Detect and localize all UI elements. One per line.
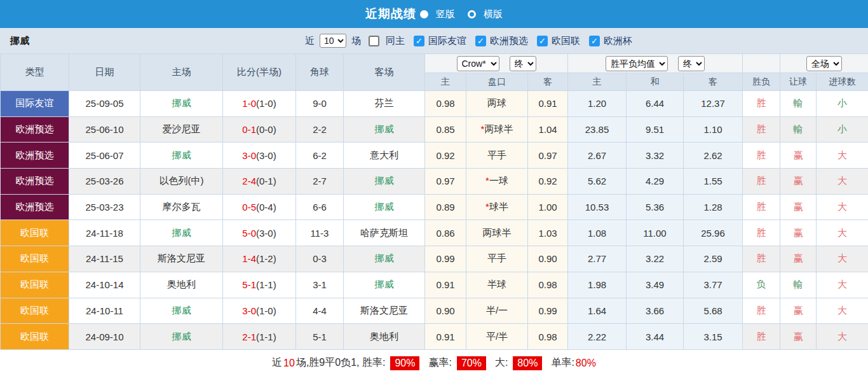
handicap-away-odds: 1.00	[528, 194, 568, 220]
col-header-type: 类型	[1, 54, 69, 91]
avg-lose-odds: 5.68	[684, 298, 743, 324]
avg-lose-odds: 2.59	[684, 246, 743, 272]
home-team: 挪威	[140, 324, 223, 350]
bookmaker-select[interactable]: Crow*	[457, 56, 499, 71]
same-home-checkbox[interactable]	[369, 36, 379, 46]
recent-count-select[interactable]: 10	[320, 34, 346, 48]
match-date: 24-11-18	[69, 220, 140, 246]
result-goals: 大	[817, 324, 868, 350]
match-type: 欧洲预选	[1, 169, 69, 195]
handicap-line: *两球半	[466, 116, 528, 143]
handicap-away-odds: 0.98	[528, 324, 568, 350]
corners: 6-6	[296, 194, 344, 220]
handicap-line: *球半	[466, 194, 528, 220]
result-winlose: 胜	[743, 324, 780, 350]
fullmatch-select[interactable]: 全场	[806, 56, 842, 71]
avg-win-odds: 10.53	[568, 194, 627, 220]
handicap-dropdown-group: Crow* 终	[425, 54, 568, 73]
radio-horizontal-icon[interactable]	[468, 10, 476, 18]
avg-win-odds: 2.77	[568, 246, 627, 272]
handicap-time-select[interactable]: 终	[510, 56, 536, 71]
home-team: 摩尔多瓦	[140, 194, 223, 220]
away-team: 挪威	[344, 116, 425, 143]
result-goals: 大	[817, 220, 868, 246]
competition-euro-cup-checkbox[interactable]	[589, 36, 600, 46]
col-header-corners: 角球	[296, 54, 344, 91]
fullmatch-dropdown-group: 全场	[780, 54, 868, 73]
result-handicap: 赢	[780, 324, 817, 350]
col-header-date: 日期	[69, 54, 140, 91]
competition-nations-league-checkbox[interactable]	[537, 36, 548, 46]
recent-results-panel: 近期战绩 竖版 横版 挪威 近 10 场 同主 国际友谊 欧洲预选 欧国联 欧洲…	[0, 0, 868, 376]
result-goals: 大	[817, 169, 868, 195]
avg-win-odds: 1.08	[568, 220, 627, 246]
score: 0-1(0-0)	[223, 116, 296, 143]
competition-friendly-checkbox[interactable]	[414, 36, 424, 46]
result-handicap: 輸	[780, 91, 817, 117]
single-rate-label: 单率:	[551, 356, 574, 370]
match-date: 24-10-11	[69, 298, 140, 324]
result-winlose: 胜	[743, 116, 780, 143]
corners: 6-2	[296, 143, 344, 169]
competition-euro-qualifier-checkbox[interactable]	[475, 36, 486, 46]
handicap-home-odds: 0.90	[425, 298, 466, 324]
result-handicap: 赢	[780, 298, 817, 324]
result-handicap: 赢	[780, 220, 817, 246]
result-handicap: 輸	[780, 272, 817, 298]
handicap-away-odds: 1.04	[528, 116, 568, 143]
home-team: 挪威	[140, 220, 223, 246]
match-type: 欧国联	[1, 324, 69, 350]
competition-euro-qualifier-label: 欧洲预选	[490, 35, 528, 47]
avg-odds-select[interactable]: 胜平负均值	[606, 56, 668, 71]
result-winlose: 胜	[743, 220, 780, 246]
score: 5-0(3-0)	[223, 220, 296, 246]
sub-header-handicap-away: 客	[528, 73, 568, 91]
avg-win-odds: 1.98	[568, 272, 627, 298]
sub-header-avg-lose: 客	[684, 73, 743, 91]
avg-lose-odds: 1.28	[684, 194, 743, 220]
home-team: 挪威	[140, 91, 223, 117]
radio-horizontal-label[interactable]: 横版	[484, 8, 503, 20]
away-team: 挪威	[344, 169, 425, 195]
handicap-home-odds: 0.97	[425, 169, 466, 195]
avg-time-select[interactable]: 终	[678, 56, 705, 71]
match-type: 欧国联	[1, 246, 69, 272]
handicap-home-odds: 0.86	[425, 220, 466, 246]
col-header-score: 比分(半场)	[223, 54, 296, 91]
table-row: 欧国联 24-10-14 奥地利 5-1(1-1) 3-1 挪威 0.91 半球…	[1, 272, 868, 298]
table-row: 欧国联 24-10-11 挪威 3-0(1-0) 4-4 斯洛文尼亚 0.90 …	[1, 298, 868, 324]
away-team: 芬兰	[344, 91, 425, 117]
result-handicap: 赢	[780, 246, 817, 272]
over-rate-badge: 80%	[513, 356, 542, 370]
handicap-home-odds: 0.85	[425, 116, 466, 143]
summary-bar: 近10场,胜9平0负1, 胜率: 90% 赢率: 70% 大: 80% 单率: …	[0, 350, 868, 376]
corners: 2-7	[296, 169, 344, 195]
avg-draw-odds: 6.44	[627, 91, 684, 117]
avg-lose-odds: 3.15	[684, 324, 743, 350]
score: 5-1(1-1)	[223, 272, 296, 298]
corners: 2-2	[296, 116, 344, 143]
col-header-away: 客场	[344, 54, 425, 91]
header-row-top: 类型 日期 主场 比分(半场) 角球 客场 Crow* 终 胜平负均值 终	[1, 54, 868, 73]
result-winlose: 胜	[743, 91, 780, 117]
titlebar: 近期战绩 竖版 横版	[0, 0, 868, 28]
avg-win-odds: 2.22	[568, 324, 627, 350]
avg-odds-dropdown-group: 胜平负均值 终	[568, 54, 743, 73]
handicap-line: *一球	[466, 169, 528, 195]
handicap-home-odds: 0.98	[425, 91, 466, 117]
team-name: 挪威	[10, 35, 29, 47]
handicap-line: 两球半	[466, 220, 528, 246]
avg-lose-odds: 1.10	[684, 116, 743, 143]
match-type: 欧洲预选	[1, 194, 69, 220]
radio-vertical-label[interactable]: 竖版	[436, 8, 455, 20]
handicap-away-odds: 1.03	[528, 220, 568, 246]
avg-lose-odds: 12.37	[684, 91, 743, 117]
handicap-home-odds: 0.99	[425, 246, 466, 272]
radio-vertical-selected-icon[interactable]	[420, 10, 428, 18]
result-handicap: 輸	[780, 116, 817, 143]
result-goals: 大	[817, 143, 868, 169]
competition-euro-cup-label: 欧洲杯	[604, 35, 632, 47]
col-header-home: 主场	[140, 54, 223, 91]
avg-draw-odds: 11.00	[627, 220, 684, 246]
home-team: 爱沙尼亚	[140, 116, 223, 143]
